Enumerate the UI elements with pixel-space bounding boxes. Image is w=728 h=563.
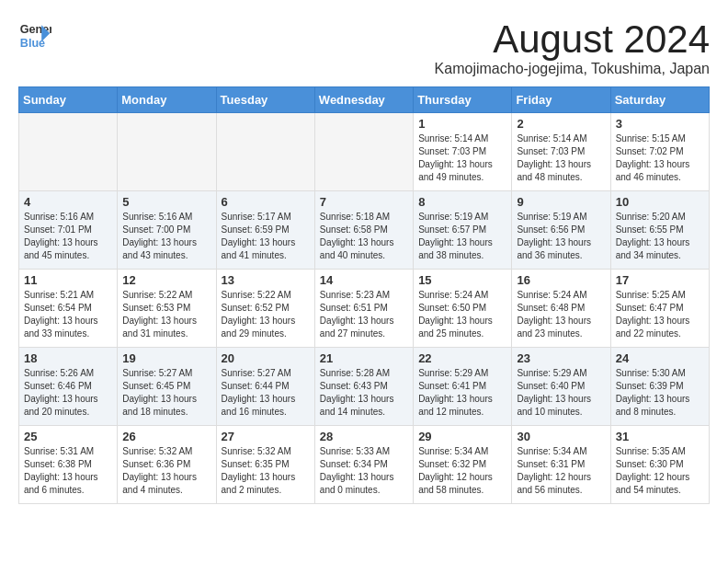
day-info: Sunrise: 5:16 AM Sunset: 7:01 PM Dayligh… (24, 211, 112, 262)
calendar-cell (314, 113, 413, 191)
calendar-row: 4Sunrise: 5:16 AM Sunset: 7:01 PM Daylig… (19, 191, 710, 270)
calendar-cell: 8Sunrise: 5:19 AM Sunset: 6:57 PM Daylig… (414, 191, 512, 270)
day-number: 27 (222, 430, 310, 443)
day-info: Sunrise: 5:21 AM Sunset: 6:54 PM Dayligh… (24, 289, 112, 340)
day-info: Sunrise: 5:31 AM Sunset: 6:38 PM Dayligh… (24, 445, 112, 497)
weekday-monday: Monday (118, 87, 216, 113)
calendar-cell: 4Sunrise: 5:16 AM Sunset: 7:01 PM Daylig… (19, 191, 118, 270)
day-number: 28 (320, 430, 408, 443)
day-number: 2 (517, 117, 605, 131)
day-number: 3 (616, 117, 704, 131)
calendar-cell: 27Sunrise: 5:32 AM Sunset: 6:35 PM Dayli… (216, 426, 314, 504)
day-info: Sunrise: 5:29 AM Sunset: 6:41 PM Dayligh… (418, 367, 506, 419)
day-info: Sunrise: 5:22 AM Sunset: 6:53 PM Dayligh… (122, 289, 210, 340)
calendar-cell: 24Sunrise: 5:30 AM Sunset: 6:39 PM Dayli… (610, 348, 709, 426)
calendar-cell: 23Sunrise: 5:29 AM Sunset: 6:40 PM Dayli… (512, 348, 610, 426)
calendar-cell: 22Sunrise: 5:29 AM Sunset: 6:41 PM Dayli… (414, 348, 512, 426)
location-title: Kamojimacho-jogejima, Tokushima, Japan (435, 61, 710, 77)
calendar-cell: 13Sunrise: 5:22 AM Sunset: 6:52 PM Dayli… (216, 270, 314, 348)
day-number: 30 (517, 430, 605, 443)
calendar-table: SundayMondayTuesdayWednesdayThursdayFrid… (18, 86, 710, 504)
calendar-cell: 17Sunrise: 5:25 AM Sunset: 6:47 PM Dayli… (610, 270, 709, 348)
day-number: 14 (320, 273, 408, 287)
calendar-cell: 30Sunrise: 5:34 AM Sunset: 6:31 PM Dayli… (512, 426, 610, 504)
calendar-cell: 5Sunrise: 5:16 AM Sunset: 7:00 PM Daylig… (118, 191, 216, 270)
day-info: Sunrise: 5:30 AM Sunset: 6:39 PM Dayligh… (616, 367, 704, 419)
day-number: 25 (24, 430, 112, 443)
calendar-cell: 31Sunrise: 5:35 AM Sunset: 6:30 PM Dayli… (610, 426, 709, 504)
day-info: Sunrise: 5:14 AM Sunset: 7:03 PM Dayligh… (418, 132, 506, 184)
calendar-cell: 3Sunrise: 5:15 AM Sunset: 7:02 PM Daylig… (610, 113, 709, 191)
calendar-cell: 1Sunrise: 5:14 AM Sunset: 7:03 PM Daylig… (414, 113, 512, 191)
day-number: 12 (122, 273, 210, 287)
calendar-cell (118, 113, 216, 191)
title-block: August 2024 Kamojimacho-jogejima, Tokush… (435, 18, 710, 77)
day-number: 4 (24, 195, 112, 209)
day-number: 11 (24, 273, 112, 287)
weekday-wednesday: Wednesday (314, 87, 413, 113)
day-info: Sunrise: 5:22 AM Sunset: 6:52 PM Dayligh… (222, 289, 310, 340)
day-number: 1 (418, 117, 506, 131)
day-number: 24 (616, 351, 704, 365)
weekday-thursday: Thursday (414, 87, 512, 113)
calendar-cell: 19Sunrise: 5:27 AM Sunset: 6:45 PM Dayli… (118, 348, 216, 426)
day-number: 21 (320, 351, 408, 365)
calendar-cell: 25Sunrise: 5:31 AM Sunset: 6:38 PM Dayli… (19, 426, 118, 504)
calendar-row: 11Sunrise: 5:21 AM Sunset: 6:54 PM Dayli… (19, 270, 710, 348)
day-number: 5 (122, 195, 210, 209)
weekday-tuesday: Tuesday (216, 87, 314, 113)
day-number: 20 (222, 351, 310, 365)
month-title: August 2024 (435, 18, 710, 61)
day-info: Sunrise: 5:14 AM Sunset: 7:03 PM Dayligh… (517, 132, 605, 184)
day-number: 9 (517, 195, 605, 209)
calendar-cell: 21Sunrise: 5:28 AM Sunset: 6:43 PM Dayli… (314, 348, 413, 426)
day-info: Sunrise: 5:35 AM Sunset: 6:30 PM Dayligh… (616, 445, 704, 497)
weekday-friday: Friday (512, 87, 610, 113)
day-info: Sunrise: 5:33 AM Sunset: 6:34 PM Dayligh… (320, 445, 408, 497)
day-info: Sunrise: 5:24 AM Sunset: 6:50 PM Dayligh… (418, 289, 506, 340)
svg-text:Blue: Blue (20, 37, 45, 50)
day-number: 16 (517, 273, 605, 287)
day-number: 17 (616, 273, 704, 287)
day-number: 7 (320, 195, 408, 209)
calendar-row: 25Sunrise: 5:31 AM Sunset: 6:38 PM Dayli… (19, 426, 710, 504)
calendar-cell: 7Sunrise: 5:18 AM Sunset: 6:58 PM Daylig… (314, 191, 413, 270)
day-number: 6 (222, 195, 310, 209)
calendar-cell: 9Sunrise: 5:19 AM Sunset: 6:56 PM Daylig… (512, 191, 610, 270)
calendar-cell: 28Sunrise: 5:33 AM Sunset: 6:34 PM Dayli… (314, 426, 413, 504)
day-info: Sunrise: 5:32 AM Sunset: 6:36 PM Dayligh… (122, 445, 210, 497)
day-info: Sunrise: 5:19 AM Sunset: 6:57 PM Dayligh… (418, 211, 506, 262)
calendar-cell: 29Sunrise: 5:34 AM Sunset: 6:32 PM Dayli… (414, 426, 512, 504)
weekday-sunday: Sunday (19, 87, 118, 113)
day-number: 18 (24, 351, 112, 365)
calendar-cell: 6Sunrise: 5:17 AM Sunset: 6:59 PM Daylig… (216, 191, 314, 270)
calendar-cell: 18Sunrise: 5:26 AM Sunset: 6:46 PM Dayli… (19, 348, 118, 426)
day-info: Sunrise: 5:34 AM Sunset: 6:32 PM Dayligh… (418, 445, 506, 497)
calendar-cell: 14Sunrise: 5:23 AM Sunset: 6:51 PM Dayli… (314, 270, 413, 348)
day-number: 10 (616, 195, 704, 209)
weekday-saturday: Saturday (610, 87, 709, 113)
day-info: Sunrise: 5:26 AM Sunset: 6:46 PM Dayligh… (24, 367, 112, 419)
day-info: Sunrise: 5:32 AM Sunset: 6:35 PM Dayligh… (222, 445, 310, 497)
calendar-cell: 16Sunrise: 5:24 AM Sunset: 6:48 PM Dayli… (512, 270, 610, 348)
day-info: Sunrise: 5:28 AM Sunset: 6:43 PM Dayligh… (320, 367, 408, 419)
calendar-cell: 10Sunrise: 5:20 AM Sunset: 6:55 PM Dayli… (610, 191, 709, 270)
calendar-cell: 20Sunrise: 5:27 AM Sunset: 6:44 PM Dayli… (216, 348, 314, 426)
day-number: 22 (418, 351, 506, 365)
day-info: Sunrise: 5:23 AM Sunset: 6:51 PM Dayligh… (320, 289, 408, 340)
day-info: Sunrise: 5:15 AM Sunset: 7:02 PM Dayligh… (616, 132, 704, 184)
day-info: Sunrise: 5:16 AM Sunset: 7:00 PM Dayligh… (122, 211, 210, 262)
calendar-cell: 12Sunrise: 5:22 AM Sunset: 6:53 PM Dayli… (118, 270, 216, 348)
day-info: Sunrise: 5:18 AM Sunset: 6:58 PM Dayligh… (320, 211, 408, 262)
day-number: 26 (122, 430, 210, 443)
day-info: Sunrise: 5:27 AM Sunset: 6:44 PM Dayligh… (222, 367, 310, 419)
calendar-cell (19, 113, 118, 191)
day-number: 19 (122, 351, 210, 365)
day-number: 8 (418, 195, 506, 209)
day-info: Sunrise: 5:24 AM Sunset: 6:48 PM Dayligh… (517, 289, 605, 340)
logo: General Blue (18, 18, 51, 52)
page-header: General Blue August 2024 Kamojimacho-jog… (18, 18, 710, 77)
calendar-row: 1Sunrise: 5:14 AM Sunset: 7:03 PM Daylig… (19, 113, 710, 191)
day-number: 31 (616, 430, 704, 443)
calendar-cell: 11Sunrise: 5:21 AM Sunset: 6:54 PM Dayli… (19, 270, 118, 348)
